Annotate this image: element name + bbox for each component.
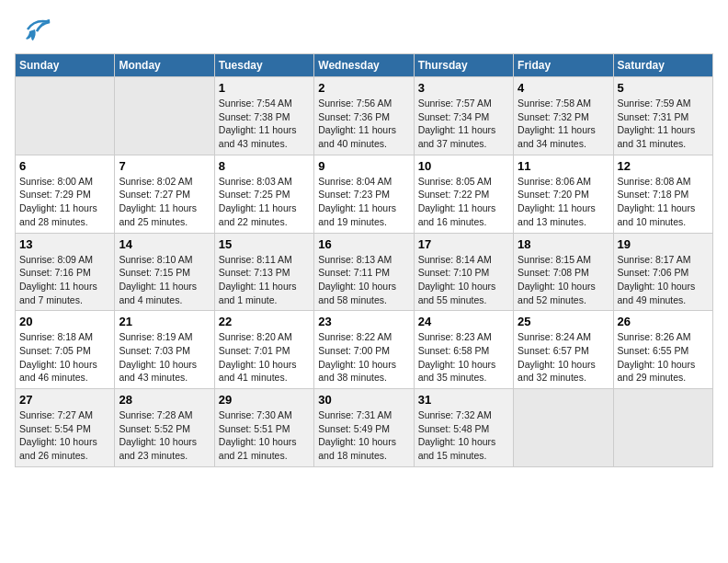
day-info: Sunrise: 8:05 AM Sunset: 7:22 PM Dayligh… [418,175,509,229]
calendar-cell: 15Sunrise: 8:11 AM Sunset: 7:13 PM Dayli… [214,233,313,311]
day-info: Sunrise: 8:26 AM Sunset: 6:55 PM Dayligh… [618,330,709,385]
calendar-cell: 26Sunrise: 8:26 AM Sunset: 6:55 PM Dayli… [613,311,712,389]
calendar-cell: 1Sunrise: 7:54 AM Sunset: 7:38 PM Daylig… [214,77,313,155]
day-number: 31 [418,393,509,407]
day-info: Sunrise: 7:27 AM Sunset: 5:54 PM Dayligh… [19,408,110,463]
day-header-monday: Monday [115,54,214,77]
day-info: Sunrise: 8:00 AM Sunset: 7:29 PM Dayligh… [19,175,110,229]
calendar-cell: 10Sunrise: 8:05 AM Sunset: 7:22 PM Dayli… [414,155,513,233]
calendar-cell: 23Sunrise: 8:22 AM Sunset: 7:00 PM Dayli… [314,311,414,389]
day-header-sunday: Sunday [16,54,115,77]
calendar-cell: 25Sunrise: 8:24 AM Sunset: 6:57 PM Dayli… [514,311,613,389]
calendar-cell: 8Sunrise: 8:03 AM Sunset: 7:25 PM Daylig… [214,155,313,233]
calendar-week-row: 1Sunrise: 7:54 AM Sunset: 7:38 PM Daylig… [16,77,713,155]
calendar-cell: 16Sunrise: 8:13 AM Sunset: 7:11 PM Dayli… [314,233,414,311]
day-info: Sunrise: 8:13 AM Sunset: 7:11 PM Dayligh… [318,253,409,307]
day-info: Sunrise: 8:18 AM Sunset: 7:05 PM Dayligh… [19,330,110,385]
day-number: 14 [119,237,210,251]
calendar-header-row: SundayMondayTuesdayWednesdayThursdayFrid… [16,54,713,77]
day-number: 15 [219,237,310,251]
calendar-cell: 13Sunrise: 8:09 AM Sunset: 7:16 PM Dayli… [16,233,115,311]
day-info: Sunrise: 8:23 AM Sunset: 6:58 PM Dayligh… [418,330,509,385]
day-info: Sunrise: 8:06 AM Sunset: 7:20 PM Dayligh… [518,175,609,229]
calendar-cell: 9Sunrise: 8:04 AM Sunset: 7:23 PM Daylig… [314,155,414,233]
calendar-week-row: 27Sunrise: 7:27 AM Sunset: 5:54 PM Dayli… [16,389,713,467]
day-header-thursday: Thursday [414,54,513,77]
day-info: Sunrise: 8:22 AM Sunset: 7:00 PM Dayligh… [318,330,409,385]
day-number: 16 [318,237,409,251]
calendar-table: SundayMondayTuesdayWednesdayThursdayFrid… [15,53,713,467]
calendar-cell: 7Sunrise: 8:02 AM Sunset: 7:27 PM Daylig… [115,155,214,233]
day-number: 25 [518,315,609,328]
day-info: Sunrise: 8:15 AM Sunset: 7:08 PM Dayligh… [518,253,609,307]
day-info: Sunrise: 8:24 AM Sunset: 6:57 PM Dayligh… [518,330,609,385]
calendar-cell [16,77,115,155]
day-number: 5 [618,81,709,95]
day-info: Sunrise: 7:32 AM Sunset: 5:48 PM Dayligh… [418,408,509,463]
calendar-cell: 24Sunrise: 8:23 AM Sunset: 6:58 PM Dayli… [414,311,513,389]
day-info: Sunrise: 8:09 AM Sunset: 7:16 PM Dayligh… [19,253,110,307]
day-number: 8 [219,159,310,173]
day-number: 26 [618,315,709,328]
calendar-cell: 27Sunrise: 7:27 AM Sunset: 5:54 PM Dayli… [16,389,115,467]
day-number: 13 [19,237,110,251]
day-info: Sunrise: 8:04 AM Sunset: 7:23 PM Dayligh… [318,175,409,229]
day-info: Sunrise: 8:19 AM Sunset: 7:03 PM Dayligh… [119,330,210,385]
calendar-cell: 5Sunrise: 7:59 AM Sunset: 7:31 PM Daylig… [613,77,712,155]
day-number: 30 [318,393,409,407]
day-number: 29 [219,393,310,407]
day-info: Sunrise: 8:17 AM Sunset: 7:06 PM Dayligh… [618,253,709,307]
day-number: 27 [19,393,110,407]
day-number: 18 [518,237,609,251]
calendar-cell: 2Sunrise: 7:56 AM Sunset: 7:36 PM Daylig… [314,77,414,155]
calendar-cell: 28Sunrise: 7:28 AM Sunset: 5:52 PM Dayli… [115,389,214,467]
day-info: Sunrise: 7:28 AM Sunset: 5:52 PM Dayligh… [119,408,210,463]
calendar-week-row: 20Sunrise: 8:18 AM Sunset: 7:05 PM Dayli… [16,311,713,389]
calendar-cell: 31Sunrise: 7:32 AM Sunset: 5:48 PM Dayli… [414,389,513,467]
calendar-cell: 11Sunrise: 8:06 AM Sunset: 7:20 PM Dayli… [514,155,613,233]
day-info: Sunrise: 8:02 AM Sunset: 7:27 PM Dayligh… [119,175,210,229]
calendar-cell [613,389,712,467]
day-number: 9 [318,159,409,173]
day-number: 28 [119,393,210,407]
calendar-week-row: 6Sunrise: 8:00 AM Sunset: 7:29 PM Daylig… [16,155,713,233]
calendar-cell: 17Sunrise: 8:14 AM Sunset: 7:10 PM Dayli… [414,233,513,311]
calendar-cell [514,389,613,467]
day-info: Sunrise: 7:56 AM Sunset: 7:36 PM Dayligh… [318,97,409,151]
day-info: Sunrise: 8:20 AM Sunset: 7:01 PM Dayligh… [219,330,310,385]
day-number: 12 [618,159,709,173]
calendar-cell: 14Sunrise: 8:10 AM Sunset: 7:15 PM Dayli… [115,233,214,311]
calendar-cell: 29Sunrise: 7:30 AM Sunset: 5:51 PM Dayli… [214,389,313,467]
calendar-cell [115,77,214,155]
calendar-cell: 4Sunrise: 7:58 AM Sunset: 7:32 PM Daylig… [514,77,613,155]
day-header-wednesday: Wednesday [314,54,414,77]
day-header-friday: Friday [514,54,613,77]
day-number: 4 [518,81,609,95]
calendar-cell: 20Sunrise: 8:18 AM Sunset: 7:05 PM Dayli… [16,311,115,389]
logo-bird-icon [18,15,51,44]
day-number: 20 [19,315,110,328]
day-info: Sunrise: 7:58 AM Sunset: 7:32 PM Dayligh… [518,97,609,151]
day-number: 24 [418,315,509,328]
calendar-cell: 12Sunrise: 8:08 AM Sunset: 7:18 PM Dayli… [613,155,712,233]
calendar-cell: 21Sunrise: 8:19 AM Sunset: 7:03 PM Dayli… [115,311,214,389]
day-number: 19 [618,237,709,251]
day-number: 17 [418,237,509,251]
day-info: Sunrise: 7:59 AM Sunset: 7:31 PM Dayligh… [618,97,709,151]
calendar-cell: 3Sunrise: 7:57 AM Sunset: 7:34 PM Daylig… [414,77,513,155]
day-info: Sunrise: 7:54 AM Sunset: 7:38 PM Dayligh… [219,97,310,151]
day-number: 23 [318,315,409,328]
calendar-cell: 19Sunrise: 8:17 AM Sunset: 7:06 PM Dayli… [613,233,712,311]
day-info: Sunrise: 8:10 AM Sunset: 7:15 PM Dayligh… [119,253,210,307]
day-info: Sunrise: 7:31 AM Sunset: 5:49 PM Dayligh… [318,408,409,463]
day-number: 1 [219,81,310,95]
day-number: 7 [119,159,210,173]
day-info: Sunrise: 8:11 AM Sunset: 7:13 PM Dayligh… [219,253,310,307]
day-number: 22 [219,315,310,328]
day-number: 11 [518,159,609,173]
day-header-tuesday: Tuesday [214,54,313,77]
day-number: 10 [418,159,509,173]
day-number: 6 [19,159,110,173]
day-info: Sunrise: 8:03 AM Sunset: 7:25 PM Dayligh… [219,175,310,229]
logo [15,15,51,44]
